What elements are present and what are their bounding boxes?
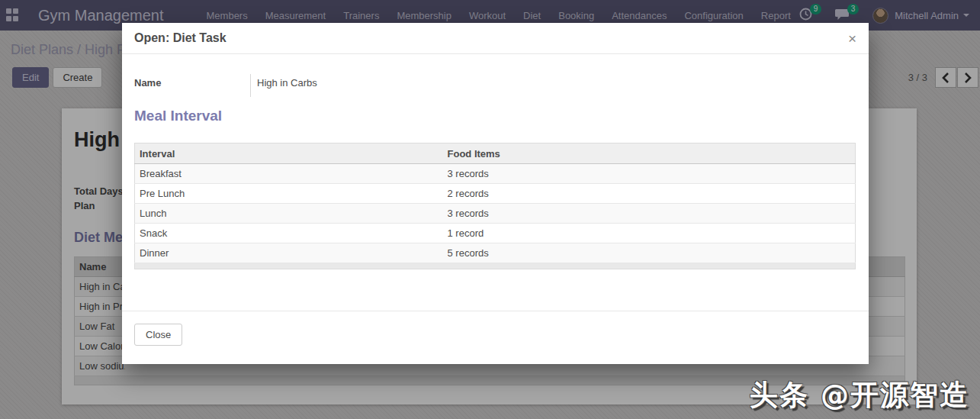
modal-body: Name High in Carbs Meal Interval Interva…	[122, 54, 869, 311]
interval-column-header[interactable]: Interval	[135, 143, 443, 164]
close-button[interactable]: Close	[134, 324, 182, 346]
table-row[interactable]: Pre Lunch2 records	[135, 184, 856, 204]
meal-interval-table: Interval Food Items Breakfast3 records P…	[134, 143, 856, 269]
table-row[interactable]: Dinner5 records	[135, 243, 856, 263]
modal-footer: Close	[122, 311, 869, 364]
name-field-label: Name	[134, 74, 250, 97]
modal-title: Open: Diet Task	[134, 31, 227, 45]
meal-interval-heading: Meal Interval	[134, 108, 856, 124]
table-row[interactable]: Lunch3 records	[135, 204, 856, 224]
name-field-row: Name High in Carbs	[134, 74, 856, 97]
table-row[interactable]: Breakfast3 records	[135, 164, 856, 184]
screen: Gym Management Members Measurement Train…	[0, 0, 980, 419]
watermark-text: 头条 @开源智造	[750, 376, 969, 414]
modal-header: Open: Diet Task ×	[122, 23, 869, 54]
table-footer-strip	[135, 263, 856, 269]
name-field-value[interactable]: High in Carbs	[250, 74, 317, 97]
close-icon[interactable]: ×	[848, 31, 856, 46]
diet-task-modal: Open: Diet Task × Name High in Carbs Mea…	[122, 23, 869, 364]
table-row[interactable]: Snack1 record	[135, 224, 856, 243]
food-items-column-header[interactable]: Food Items	[443, 143, 856, 164]
